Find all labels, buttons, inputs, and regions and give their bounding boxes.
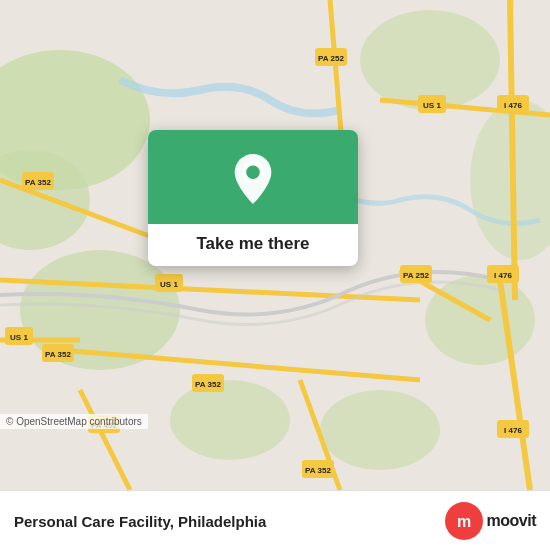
svg-point-4 xyxy=(170,380,290,460)
svg-text:PA 352: PA 352 xyxy=(305,466,331,475)
svg-point-46 xyxy=(246,166,260,180)
moovit-text: moovit xyxy=(487,512,536,530)
svg-text:US 1: US 1 xyxy=(10,333,28,342)
bottom-bar: Personal Care Facility, Philadelphia m m… xyxy=(0,490,550,550)
svg-text:PA 252: PA 252 xyxy=(403,271,429,280)
take-me-there-button[interactable]: Take me there xyxy=(196,224,309,266)
svg-text:I 476: I 476 xyxy=(504,426,522,435)
svg-text:m: m xyxy=(457,513,471,530)
svg-point-8 xyxy=(320,390,440,470)
facility-name: Personal Care Facility, Philadelphia xyxy=(14,513,445,530)
svg-point-7 xyxy=(425,275,535,365)
map-copyright: © OpenStreetMap contributors xyxy=(0,414,148,429)
svg-text:I 476: I 476 xyxy=(504,101,522,110)
svg-text:PA 252: PA 252 xyxy=(318,54,344,63)
location-pin-icon xyxy=(229,152,277,206)
svg-text:PA 352: PA 352 xyxy=(25,178,51,187)
svg-text:PA 352: PA 352 xyxy=(45,350,71,359)
map-container: PA 252 US 1 I 476 PA 352 US 1 US 1 PA 35… xyxy=(0,0,550,490)
moovit-logo[interactable]: m moovit xyxy=(445,502,536,540)
take-me-there-card[interactable]: Take me there xyxy=(148,130,358,266)
moovit-icon: m xyxy=(445,502,483,540)
svg-text:US 1: US 1 xyxy=(423,101,441,110)
card-green-section xyxy=(148,130,358,224)
svg-text:US 1: US 1 xyxy=(160,280,178,289)
moovit-m-icon: m xyxy=(453,510,475,532)
svg-text:I 476: I 476 xyxy=(494,271,512,280)
svg-text:PA 352: PA 352 xyxy=(195,380,221,389)
facility-info: Personal Care Facility, Philadelphia xyxy=(14,511,445,530)
